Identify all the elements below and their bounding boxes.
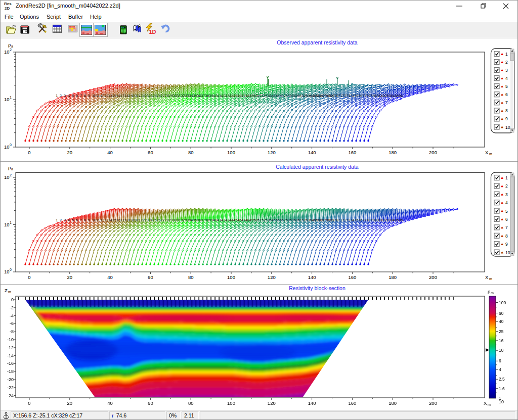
svg-text:-20: -20 [7,377,14,382]
svg-text:140: 140 [308,400,316,406]
svg-text:m: m [8,290,11,294]
svg-text:60: 60 [148,274,153,280]
svg-text:5: 5 [72,218,74,222]
svg-text:80: 80 [188,150,194,155]
svg-text:60: 60 [148,400,153,406]
svg-text:86: 86 [399,94,403,98]
svg-text:200: 200 [429,400,437,406]
svg-text:2: 2 [10,173,12,177]
svg-text:8: 8 [505,108,508,113]
svg-text:7: 7 [505,100,508,105]
svg-text:180: 180 [388,150,397,155]
svg-text:4: 4 [68,94,70,98]
svg-text:-18: -18 [7,369,14,374]
svg-text:1D: 1D [149,29,156,35]
svg-text:11: 11 [96,218,100,222]
svg-text:3: 3 [505,68,508,73]
svg-text:10: 10 [4,269,10,274]
svg-text:0: 0 [10,143,12,147]
svg-text:1.6: 1.6 [499,386,505,391]
svg-text:100: 100 [227,274,235,280]
svg-text:10: 10 [4,174,10,180]
svg-text:20: 20 [67,400,73,406]
svg-text:9: 9 [88,218,90,222]
svg-text:8: 8 [505,234,508,239]
svg-text:1: 1 [10,96,12,99]
svg-text:1: 1 [505,52,508,57]
svg-text:3: 3 [64,94,66,98]
svg-text:X: X [484,400,487,406]
svg-text:10: 10 [499,348,504,353]
svg-text:2.5: 2.5 [499,377,505,382]
svg-text:Res: Res [4,2,12,6]
svg-text:Observed apparent resistivity: Observed apparent resistivity data [277,39,357,45]
svg-text:80: 80 [188,274,194,280]
svg-text:7: 7 [505,225,508,230]
svg-text:40: 40 [107,150,113,155]
svg-text:m: m [489,152,492,156]
svg-text:120: 120 [268,400,276,406]
svg-text:5: 5 [505,84,508,89]
svg-text:200: 200 [429,274,437,280]
svg-text:6: 6 [505,92,508,97]
svg-text:4: 4 [505,200,508,205]
svg-text:0: 0 [28,274,30,280]
svg-text:-4: -4 [10,313,14,318]
svg-text:3: 3 [505,192,508,197]
svg-text:160: 160 [348,400,356,406]
svg-text:180: 180 [388,274,397,280]
svg-text:2: 2 [60,94,62,98]
svg-text:4: 4 [505,76,508,81]
svg-text:-16: -16 [7,361,14,366]
svg-text:40: 40 [107,400,113,406]
svg-text:m: m [489,277,492,281]
svg-text:0: 0 [10,268,12,271]
svg-text:25: 25 [499,329,504,334]
svg-text:160: 160 [348,150,356,155]
svg-text:1: 1 [56,218,58,222]
svg-text:1: 1 [56,94,58,98]
svg-text:-22: -22 [7,385,14,390]
svg-text:8: 8 [84,94,86,98]
svg-text:-10: -10 [7,337,14,342]
svg-text:60: 60 [499,311,504,316]
svg-text:100: 100 [227,150,235,155]
svg-text:10: 10 [505,250,510,255]
svg-text:7: 7 [80,218,82,222]
svg-text:2: 2 [60,218,62,222]
svg-text:1: 1 [10,221,12,224]
svg-text:86: 86 [399,218,403,222]
svg-text:Calculated apparent resistivit: Calculated apparent resistivity data [276,164,359,170]
svg-text:-6: -6 [10,321,14,326]
svg-text:6: 6 [76,94,78,98]
svg-text:a: a [11,44,13,48]
svg-text:20: 20 [67,150,73,155]
svg-text:3: 3 [64,218,66,222]
svg-text:0: 0 [28,150,30,155]
svg-text:X: X [485,150,489,155]
svg-text:0: 0 [28,400,30,406]
svg-text:10: 10 [4,97,10,102]
svg-text:0: 0 [11,297,14,302]
svg-text:m: m [491,291,494,295]
svg-text:100: 100 [499,300,506,305]
svg-text:10: 10 [4,49,10,55]
svg-text:2: 2 [10,48,12,52]
svg-text:a: a [11,167,13,171]
svg-text:100: 100 [227,400,235,406]
svg-text:4: 4 [499,367,501,372]
svg-text:120: 120 [268,150,276,155]
svg-text:11: 11 [96,94,100,98]
svg-text:140: 140 [308,150,316,155]
svg-text:40: 40 [107,274,113,280]
svg-text:2: 2 [505,183,508,189]
svg-text:-2: -2 [10,305,14,310]
svg-text:9: 9 [505,242,508,247]
svg-text:-14: -14 [7,353,14,358]
svg-text:6: 6 [76,218,78,222]
svg-text:-12: -12 [7,345,14,350]
svg-text:7: 7 [80,94,82,98]
svg-text:6: 6 [499,358,501,363]
svg-text:-8: -8 [10,329,14,334]
svg-text:m: m [488,403,491,406]
